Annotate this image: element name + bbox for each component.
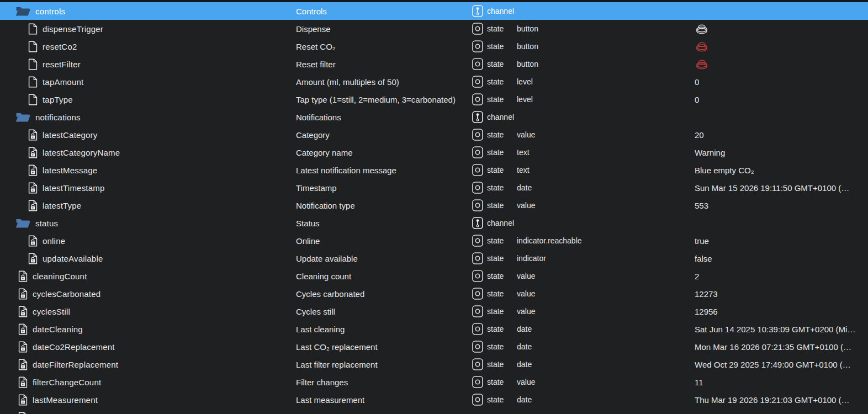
tree-row-resetCo2[interactable]: resetCo2 Reset CO₂ state button [0, 38, 868, 55]
object-type-label: state [487, 342, 504, 351]
state-type-icon [472, 58, 483, 70]
object-value[interactable]: 12956 [695, 302, 718, 320]
object-role-label: indicator [517, 250, 546, 267]
state-type-icon [472, 341, 483, 353]
document-lock-icon [28, 235, 38, 247]
state-type-icon [472, 146, 483, 158]
object-type-label: state [487, 307, 504, 316]
object-value[interactable]: Blue empty CO₂ [695, 161, 754, 179]
object-type-label: state [487, 289, 504, 298]
state-type-icon [472, 305, 483, 317]
object-value[interactable]: Mon Mar 16 2026 07:21:35 GMT+0100 (… [695, 338, 851, 355]
tree-row-partial[interactable] [0, 408, 868, 414]
object-name-label: Reset CO₂ [296, 38, 336, 55]
object-value[interactable]: Thu Mar 19 2026 19:21:03 GMT+0100 (… [695, 391, 850, 408]
tree-row-tapType[interactable]: tapType Tap type (1=still, 2=medium, 3=c… [0, 91, 868, 108]
object-role-label: button [517, 38, 538, 55]
tree-row-notifications[interactable]: notifications Notifications channel [0, 108, 868, 126]
object-name-label: Cycles still [296, 302, 335, 320]
object-role-label: level [517, 91, 533, 108]
tree-row-cyclesCarbonated[interactable]: cyclesCarbonated Cycles carbonated state… [0, 285, 868, 302]
object-type-label: channel [487, 219, 514, 227]
tree-row-filterChangeCount[interactable]: filterChangeCount Filter changes state v… [0, 373, 868, 391]
object-value[interactable]: 553 [695, 197, 708, 214]
object-id-label: latestCategoryName [43, 148, 120, 157]
tree-row-dateFilterReplacement[interactable]: dateFilterReplacement Last filter replac… [0, 355, 868, 373]
object-role-label: date [517, 320, 532, 338]
tree-row-latestCategory[interactable]: latestCategory Category state value 20 [0, 126, 868, 144]
object-value[interactable]: Sat Jun 14 2025 10:39:09 GMT+0200 (Mi… [695, 320, 855, 338]
state-type-icon [472, 376, 483, 388]
object-value[interactable]: 20 [695, 126, 704, 144]
button-red-icon[interactable] [695, 38, 709, 55]
tree-row-resetFilter[interactable]: resetFilter Reset filter state button [0, 55, 868, 73]
object-id-label: updateAvailable [43, 254, 103, 263]
object-type-label: channel [487, 7, 514, 15]
object-value[interactable]: Warning [695, 144, 725, 161]
object-id-label: latestCategory [43, 130, 98, 140]
tree-row-latestMessage[interactable]: latestMessage Latest notification messag… [0, 161, 868, 179]
tree-row-dispenseTrigger[interactable]: dispenseTrigger Dispense state button [0, 20, 868, 38]
object-value[interactable]: true [695, 232, 709, 250]
object-name-label: Dispense [296, 20, 331, 38]
object-role-label: value [517, 285, 535, 302]
object-value[interactable]: Sun Mar 15 2026 19:11:50 GMT+0100 (… [695, 179, 849, 197]
object-type-label: channel [487, 113, 514, 121]
state-type-icon [472, 76, 483, 88]
tree-row-tapAmount[interactable]: tapAmount Amount (ml, multiples of 50) s… [0, 73, 868, 91]
tree-row-latestType[interactable]: latestType Notification type state value… [0, 197, 868, 214]
object-type-label: state [487, 77, 504, 86]
channel-type-icon [472, 111, 483, 123]
object-value[interactable]: Wed Oct 29 2025 17:49:00 GMT+0100 (… [695, 355, 851, 373]
tree-row-latestCategoryName[interactable]: latestCategoryName Category name state t… [0, 144, 868, 161]
tree-row-controls[interactable]: controls Controls channel [0, 2, 868, 20]
tree-row-dateCo2Replacement[interactable]: dateCo2Replacement Last CO₂ replacement … [0, 338, 868, 355]
object-role-label: value [517, 267, 535, 285]
object-name-label: Reset filter [296, 55, 336, 73]
state-type-icon [472, 235, 483, 247]
object-role-label: date [517, 391, 532, 408]
object-value[interactable]: false [695, 250, 712, 267]
object-id-label: dateCo2Replacement [33, 342, 115, 352]
tree-row-latestTimestamp[interactable]: latestTimestamp Timestamp state date Sun… [0, 179, 868, 197]
object-type-label: state [487, 395, 504, 404]
object-name-label: Last cleaning [296, 320, 345, 338]
object-name-label: Tap type (1=still, 2=medium, 3=carbonate… [296, 91, 456, 108]
state-type-icon [472, 164, 483, 176]
button-red-icon[interactable] [695, 55, 709, 73]
document-icon [28, 59, 38, 70]
object-id-label: resetCo2 [43, 42, 77, 51]
object-name-label: Filter changes [296, 373, 348, 391]
document-lock-icon [28, 200, 38, 211]
tree-row-updateAvailable[interactable]: updateAvailable Update available state i… [0, 250, 868, 267]
state-type-icon [472, 23, 483, 35]
document-lock-icon [28, 182, 38, 194]
tree-row-dateCleaning[interactable]: dateCleaning Last cleaning state date Sa… [0, 320, 868, 338]
button-white-icon[interactable] [695, 20, 709, 38]
object-id-label: latestTimestamp [43, 183, 104, 193]
object-value[interactable]: 12273 [695, 285, 718, 302]
object-value[interactable]: 2 [695, 267, 699, 285]
object-role-label: text [517, 161, 530, 179]
tree-row-online[interactable]: online Online state indicator.reachable … [0, 232, 868, 250]
folder-open-icon [15, 112, 30, 123]
tree-row-status[interactable]: status Status channel [0, 214, 868, 232]
document-lock-icon [18, 359, 28, 370]
document-icon [28, 76, 38, 88]
tree-row-cyclesStill[interactable]: cyclesStill Cycles still state value 129… [0, 302, 868, 320]
state-type-icon [472, 288, 483, 300]
object-name-label: Category [296, 126, 330, 144]
object-value[interactable]: 0 [695, 91, 699, 108]
object-value[interactable]: 0 [695, 73, 699, 91]
tree-row-lastMeasurement[interactable]: lastMeasurement Last measurement state d… [0, 391, 868, 408]
object-name-label: Last filter replacement [296, 355, 378, 373]
object-type-label: state [487, 254, 504, 263]
object-name-label: Cleaning count [296, 267, 351, 285]
object-type-label: state [487, 130, 504, 139]
object-role-label: value [517, 197, 535, 214]
tree-row-cleaningCount[interactable]: cleaningCount Cleaning count state value… [0, 267, 868, 285]
object-value[interactable]: 11 [695, 373, 703, 391]
object-name-label: Last CO₂ replacement [296, 338, 378, 355]
object-type-label: state [487, 60, 504, 68]
object-id-label: tapType [43, 95, 73, 104]
